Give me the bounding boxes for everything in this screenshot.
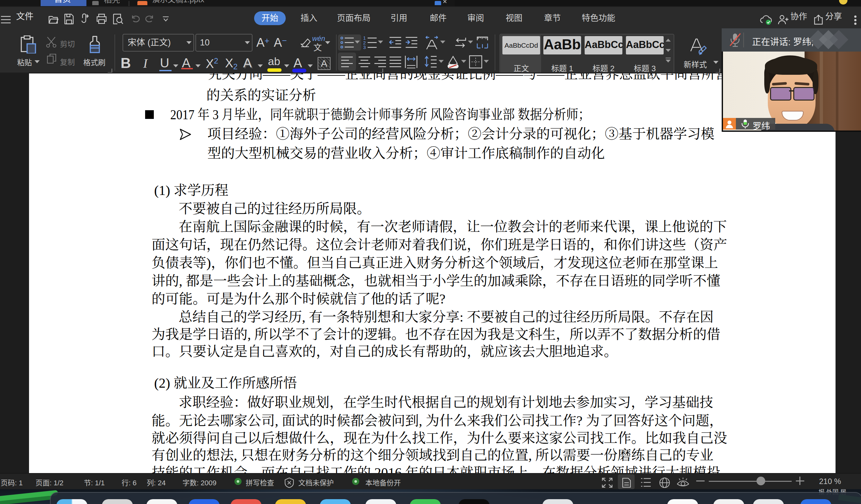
svg-text:3: 3: [363, 44, 366, 49]
